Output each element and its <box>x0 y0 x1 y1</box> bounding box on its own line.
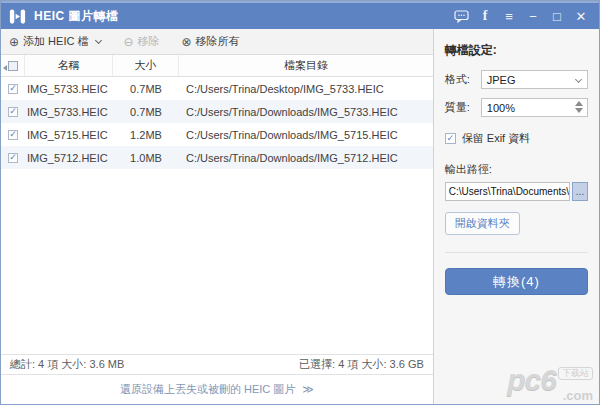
close-button[interactable]: ✕ <box>571 6 591 26</box>
add-icon: ⊕ <box>9 36 19 48</box>
facebook-icon[interactable]: f <box>475 6 495 26</box>
column-header-path[interactable]: 檔案目錄 <box>179 55 433 76</box>
table-row[interactable]: IMG_5733.HEIC 0.7MB C:/Users/Trina/Deskt… <box>1 77 433 100</box>
format-select[interactable]: JPEG <box>481 70 588 89</box>
file-size: 0.7MB <box>113 83 179 95</box>
stepper-arrows-icon[interactable] <box>575 101 583 113</box>
file-name: IMG_5733.HEIC <box>25 106 113 118</box>
titlebar: HEIC 圖片轉檔 f ≡ − □ ✕ <box>1 1 599 29</box>
table-header: 名稱 大小 檔案目錄 <box>1 55 433 77</box>
remove-all-icon: ⊗ <box>182 36 192 48</box>
status-selected: 已選擇: 4 項 大小: 3.6 GB <box>299 357 424 372</box>
row-checkbox[interactable] <box>8 153 18 163</box>
keep-exif-checkbox-row[interactable]: 保留 Exif 資料 <box>445 131 588 146</box>
restore-link-arrows: ≫ <box>302 383 314 396</box>
browse-button[interactable]: ... <box>572 182 588 201</box>
app-logo-icon <box>8 7 27 26</box>
quality-label: 質量: <box>445 100 481 115</box>
add-heic-button[interactable]: ⊕ 添加 HEIC 檔 <box>9 34 101 49</box>
app-title: HEIC 圖片轉檔 <box>34 8 451 25</box>
file-name: IMG_5733.HEIC <box>25 83 113 95</box>
remove-label: 移除 <box>138 34 160 49</box>
footer-bar: 還原設備上丟失或被刪的 HEIC 圖片 ≫ <box>1 375 433 404</box>
file-size: 0.7MB <box>113 106 179 118</box>
feedback-chat-icon[interactable] <box>451 6 471 26</box>
format-value: JPEG <box>487 74 516 86</box>
select-all-header[interactable] <box>1 55 25 76</box>
table-body: IMG_5733.HEIC 0.7MB C:/Users/Trina/Deskt… <box>1 77 433 169</box>
app-window: HEIC 圖片轉檔 f ≡ − □ ✕ ⊕ 添加 HEIC 檔 <box>0 0 600 405</box>
convert-button[interactable]: 轉換(4) <box>445 268 588 295</box>
file-name: IMG_5715.HEIC <box>25 129 113 141</box>
watermark-brand: pc6 <box>507 365 556 395</box>
status-total: 總計: 4 項 大小: 3.6 MB <box>10 357 124 372</box>
remove-all-button[interactable]: ⊗ 移除所有 <box>182 34 240 49</box>
panel-divider <box>445 252 588 253</box>
menu-icon[interactable]: ≡ <box>499 6 519 26</box>
maximize-button[interactable]: □ <box>547 6 567 26</box>
table-row[interactable]: IMG_5733.HEIC 0.7MB C:/Users/Trina/Downl… <box>1 100 433 123</box>
status-bar: 總計: 4 項 大小: 3.6 MB 已選擇: 4 項 大小: 3.6 GB <box>1 354 433 375</box>
pc6-watermark-logo: pc6 下载站 .com <box>507 365 593 402</box>
output-path-input[interactable]: C:\Users\Trina\Documents\ <box>445 182 570 201</box>
row-checkbox[interactable] <box>8 84 18 94</box>
file-path: C:/Users/Trina/Desktop/IMG_5733.HEIC <box>179 83 433 95</box>
file-size: 1.2MB <box>113 129 179 141</box>
select-all-icon <box>8 61 18 71</box>
settings-panel: 轉檔設定: 格式: JPEG 質量: 100% 保留 Exif 資料 輸出 <box>433 29 599 404</box>
output-path-label: 輸出路徑: <box>445 162 588 177</box>
file-path: C:/Users/Trina/Downloads/IMG_5733.HEIC <box>179 106 433 118</box>
table-row[interactable]: IMG_5712.HEIC 1.0MB C:/Users/Trina/Downl… <box>1 146 433 169</box>
exif-checkbox[interactable] <box>445 133 456 144</box>
row-checkbox[interactable] <box>8 107 18 117</box>
file-size: 1.0MB <box>113 152 179 164</box>
restore-heic-link[interactable]: 還原設備上丟失或被刪的 HEIC 圖片 ≫ <box>120 382 314 397</box>
restore-link-text: 還原設備上丟失或被刪的 HEIC 圖片 <box>120 382 295 397</box>
settings-title: 轉檔設定: <box>445 42 588 59</box>
minimize-button[interactable]: − <box>523 6 543 26</box>
exif-label: 保留 Exif 資料 <box>462 131 530 146</box>
table-row[interactable]: IMG_5715.HEIC 1.2MB C:/Users/Trina/Downl… <box>1 123 433 146</box>
remove-all-label: 移除所有 <box>196 34 240 49</box>
remove-icon: ⊖ <box>123 36 133 48</box>
format-label: 格式: <box>445 72 481 87</box>
table-empty-area <box>1 169 433 354</box>
quality-value: 100% <box>487 102 515 114</box>
column-header-size[interactable]: 大小 <box>113 55 179 76</box>
quality-stepper[interactable]: 100% <box>481 98 588 117</box>
watermark-badge: 下载站 <box>558 367 593 380</box>
chevron-down-icon <box>95 36 102 43</box>
open-folder-button[interactable]: 開啟資料夾 <box>445 212 520 235</box>
add-label: 添加 HEIC 檔 <box>23 34 88 49</box>
column-header-name[interactable]: 名稱 <box>25 55 113 76</box>
row-checkbox[interactable] <box>8 130 18 140</box>
file-path: C:/Users/Trina/Downloads/IMG_5715.HEIC <box>179 129 433 141</box>
select-chevron-icon <box>575 76 582 83</box>
file-path: C:/Users/Trina/Downloads/IMG_5712.HEIC <box>179 152 433 164</box>
file-name: IMG_5712.HEIC <box>25 152 113 164</box>
remove-button[interactable]: ⊖ 移除 <box>123 34 159 49</box>
toolbar: ⊕ 添加 HEIC 檔 ⊖ 移除 ⊗ 移除所有 <box>1 29 433 55</box>
